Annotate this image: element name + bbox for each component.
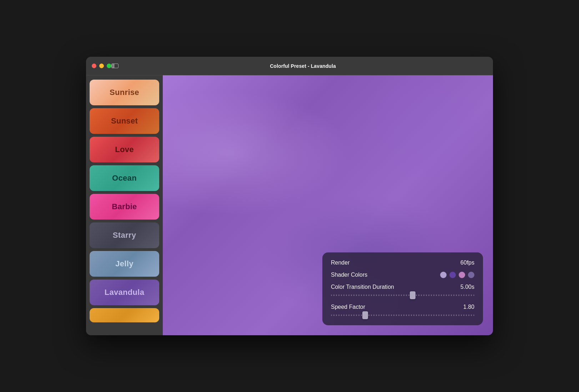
speed-factor-thumb[interactable] <box>362 311 368 319</box>
sidebar: Sunrise Sunset Love Ocean Barbie Starry … <box>86 75 163 335</box>
render-label: Render <box>331 260 349 266</box>
preset-button-love[interactable]: Love <box>90 137 159 162</box>
color-transition-section: Color Transition Duration 5.00s <box>331 284 474 298</box>
speed-factor-slider[interactable] <box>331 312 474 318</box>
shader-colors-label: Shader Colors <box>331 272 367 278</box>
app-window: Colorful Preset - Lavandula Sunrise Suns… <box>86 57 493 335</box>
preset-button-extra[interactable] <box>90 308 159 322</box>
shader-color-dots <box>440 272 474 278</box>
preset-button-jelly[interactable]: Jelly <box>90 251 159 277</box>
close-button[interactable] <box>92 64 96 68</box>
preset-button-sunset[interactable]: Sunset <box>90 108 159 134</box>
preset-button-sunrise[interactable]: Sunrise <box>90 80 159 105</box>
color-dot-2[interactable] <box>449 272 456 278</box>
preset-button-starry[interactable]: Starry <box>90 222 159 248</box>
speed-factor-row: Speed Factor 1.80 <box>331 304 474 310</box>
color-transition-track <box>331 295 474 296</box>
color-dot-4[interactable] <box>468 272 474 278</box>
main-content: Render 60fps Shader Colors <box>163 75 493 335</box>
speed-factor-section: Speed Factor 1.80 <box>331 304 474 318</box>
controls-panel: Render 60fps Shader Colors <box>322 252 483 325</box>
sidebar-toggle-button[interactable] <box>111 64 119 68</box>
speed-factor-value: 1.80 <box>463 304 474 310</box>
minimize-button[interactable] <box>99 64 104 68</box>
render-value: 60fps <box>460 260 474 266</box>
titlebar: Colorful Preset - Lavandula <box>86 57 493 75</box>
speed-factor-track <box>331 315 474 316</box>
color-transition-row: Color Transition Duration 5.00s <box>331 284 474 290</box>
color-dot-1[interactable] <box>440 272 447 278</box>
speed-factor-label: Speed Factor <box>331 304 365 310</box>
render-row: Render 60fps <box>331 260 474 266</box>
maximize-button[interactable] <box>107 64 111 68</box>
traffic-lights <box>92 64 111 68</box>
color-dot-3[interactable] <box>459 272 465 278</box>
window-title: Colorful Preset - Lavandula <box>119 63 487 69</box>
color-transition-label: Color Transition Duration <box>331 284 394 290</box>
color-transition-slider[interactable] <box>331 292 474 298</box>
preset-button-barbie[interactable]: Barbie <box>90 194 159 220</box>
color-transition-value: 5.00s <box>460 284 474 290</box>
preset-button-ocean[interactable]: Ocean <box>90 165 159 191</box>
window-body: Sunrise Sunset Love Ocean Barbie Starry … <box>86 75 493 335</box>
color-transition-thumb[interactable] <box>410 291 416 299</box>
preset-button-lavandula[interactable]: Lavandula <box>90 280 159 305</box>
shader-colors-row: Shader Colors <box>331 272 474 278</box>
